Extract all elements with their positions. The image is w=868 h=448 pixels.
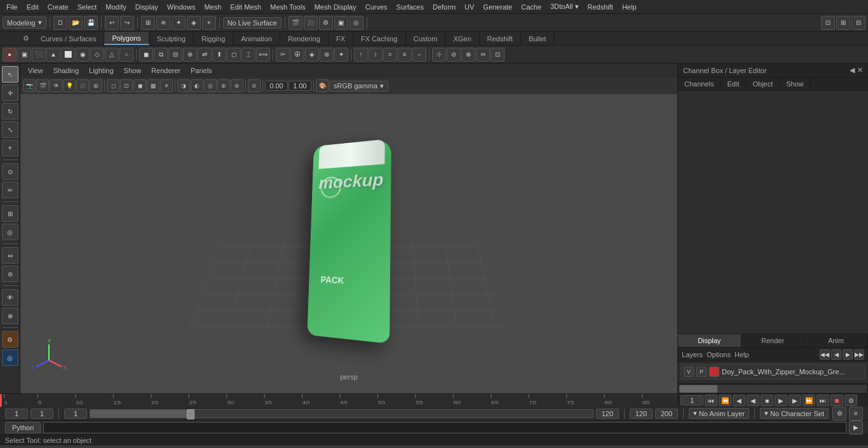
layer-scroll-next[interactable]: ▶ bbox=[843, 350, 853, 360]
menu-edit[interactable]: Edit bbox=[23, 2, 43, 12]
menu-file[interactable]: File bbox=[3, 2, 22, 12]
ipr-button[interactable]: 🎥 bbox=[304, 16, 318, 30]
menu-edit-mesh[interactable]: Edit Mesh bbox=[226, 2, 265, 12]
step-forward-button[interactable]: ⏩ bbox=[803, 395, 815, 406]
scale-tool-button[interactable]: ⤡ bbox=[2, 121, 18, 138]
separate-button[interactable]: ⊟ bbox=[168, 48, 182, 62]
sphere-button[interactable]: ● bbox=[3, 48, 17, 62]
lasso-select-button[interactable]: ⊙ bbox=[2, 163, 18, 180]
tab-xgen[interactable]: XGen bbox=[445, 32, 479, 45]
vp-menu-lighting[interactable]: Lighting bbox=[84, 65, 119, 76]
frame-start-field[interactable]: 1 bbox=[5, 409, 28, 419]
extrude-button[interactable]: ⬆ bbox=[212, 48, 226, 62]
right-panel-collapse-icon[interactable]: ◀ bbox=[850, 66, 855, 74]
workspace-settings[interactable]: ⚙ bbox=[19, 32, 33, 45]
combine-button[interactable]: ⧉ bbox=[154, 48, 168, 62]
live-surface-label[interactable]: No Live Surface bbox=[223, 17, 281, 29]
tab-rendering[interactable]: Rendering bbox=[280, 32, 329, 45]
play-forward-button[interactable]: ▶ bbox=[775, 395, 787, 406]
prism-button[interactable]: ◇ bbox=[90, 48, 104, 62]
step-back-button[interactable]: ⏪ bbox=[719, 395, 731, 406]
layer-scrollbar[interactable] bbox=[678, 383, 868, 393]
layers-menu[interactable]: Layers bbox=[682, 351, 703, 358]
vp-menu-view[interactable]: View bbox=[23, 65, 48, 76]
move-tool-button[interactable]: ✛ bbox=[2, 85, 18, 101]
open-file-button[interactable]: 📂 bbox=[69, 16, 83, 30]
tab-show[interactable]: Show bbox=[780, 78, 811, 90]
menu-cache[interactable]: Cache bbox=[517, 2, 545, 12]
tab-bullet[interactable]: Bullet bbox=[521, 32, 555, 45]
cone-button[interactable]: ▲ bbox=[46, 48, 60, 62]
redo-button[interactable]: ↪ bbox=[120, 16, 134, 30]
vp-textured-button[interactable]: ▩ bbox=[147, 79, 159, 92]
tab-sculpting[interactable]: Sculpting bbox=[149, 32, 194, 45]
layout-btn-1[interactable]: ⊡ bbox=[821, 16, 835, 30]
tab-custom[interactable]: Custom bbox=[406, 32, 446, 45]
vp-camera-button[interactable]: 📷 bbox=[23, 79, 36, 92]
bevel-button[interactable]: ◻ bbox=[227, 48, 241, 62]
layer-scroll-right[interactable]: ▶▶ bbox=[854, 350, 864, 360]
render-preview-button[interactable]: ◎ bbox=[2, 350, 18, 366]
vp-rotation-y[interactable]: 1.00 bbox=[288, 81, 311, 91]
play-back-button[interactable]: ◀ bbox=[747, 395, 759, 406]
menu-surfaces[interactable]: Surfaces bbox=[393, 2, 428, 12]
menu-help[interactable]: Help bbox=[618, 2, 641, 12]
frame-current-field[interactable]: 1 bbox=[31, 409, 53, 419]
save-file-button[interactable]: 💾 bbox=[84, 16, 98, 30]
layer-color-swatch[interactable] bbox=[709, 367, 719, 377]
tab-display[interactable]: Display bbox=[678, 334, 742, 347]
isolate-button[interactable]: ⊕ bbox=[2, 308, 18, 324]
vp-solid-button[interactable]: ◼ bbox=[133, 79, 146, 92]
python-input[interactable] bbox=[43, 422, 846, 433]
layer-scroll-prev[interactable]: ◀ bbox=[831, 350, 841, 360]
next-frame-button[interactable]: ▶ bbox=[789, 395, 801, 406]
render-button[interactable]: 🎬 bbox=[288, 16, 302, 30]
soft-select-button[interactable]: ◎ bbox=[2, 224, 18, 240]
menu-curves[interactable]: Curves bbox=[362, 2, 391, 12]
python-execute-button[interactable]: ▶ bbox=[849, 421, 863, 435]
snap-view-button[interactable]: ⌖ bbox=[202, 16, 216, 30]
vp-eye-button[interactable]: 👁 bbox=[50, 79, 62, 92]
char-set-settings-button[interactable]: ⚙ bbox=[832, 407, 846, 421]
circle-icon-button[interactable]: ◎ bbox=[349, 16, 363, 30]
smooth-button[interactable]: ⊹ bbox=[432, 48, 446, 62]
options-menu[interactable]: Options bbox=[707, 351, 731, 358]
menu-display[interactable]: Display bbox=[132, 2, 162, 12]
snap-to-grid-button[interactable]: ⊞ bbox=[2, 205, 18, 222]
right-panel-close-icon[interactable]: ✕ bbox=[857, 66, 863, 74]
pipe-button[interactable]: ○ bbox=[119, 48, 133, 62]
cleanup-button[interactable]: ⊗ bbox=[461, 48, 475, 62]
mode-dropdown[interactable]: Modeling ▾ bbox=[3, 17, 46, 29]
weld-button[interactable]: ⦿ bbox=[290, 48, 304, 62]
snap-surface-button[interactable]: ◈ bbox=[187, 16, 201, 30]
menu-select[interactable]: Select bbox=[74, 2, 101, 12]
timeline[interactable]: 1 5 10 15 20 25 30 35 40 45 50 bbox=[0, 393, 868, 406]
paint-select-button[interactable]: ✏ bbox=[2, 182, 18, 198]
snap-curve-button[interactable]: ≋ bbox=[156, 16, 170, 30]
vp-light-mode-button[interactable]: ☀ bbox=[160, 79, 173, 92]
stop-button[interactable]: ■ bbox=[761, 395, 773, 406]
relax-button[interactable]: ⊛ bbox=[320, 48, 334, 62]
range-slider[interactable] bbox=[90, 409, 593, 418]
tab-animation[interactable]: Animation bbox=[233, 32, 280, 45]
help-menu[interactable]: Help bbox=[735, 351, 749, 358]
render-region-button[interactable]: ▣ bbox=[334, 16, 348, 30]
select-all-button[interactable]: ◼ bbox=[139, 48, 153, 62]
insert-loop-button[interactable]: ⟺ bbox=[256, 48, 270, 62]
layout-btn-2[interactable]: ⊞ bbox=[836, 16, 850, 30]
crease-button[interactable]: ⌿ bbox=[412, 48, 426, 62]
mirror2-button[interactable]: ⊡ bbox=[491, 48, 505, 62]
playback-end-field[interactable]: 120 bbox=[630, 409, 653, 419]
menu-redshift[interactable]: Redshift bbox=[584, 2, 617, 12]
tab-fx-caching[interactable]: FX Caching bbox=[353, 32, 405, 45]
timeline-settings-button[interactable]: ⚙ bbox=[844, 395, 857, 406]
anim-layer-dropdown[interactable]: ▾ No Anim Layer bbox=[689, 408, 749, 419]
rotate-tool-button[interactable]: ↻ bbox=[2, 103, 18, 119]
skip-to-start-button[interactable]: ⏮ bbox=[705, 395, 717, 406]
layer-playback-toggle[interactable]: P bbox=[696, 367, 707, 377]
display-settings-button[interactable]: ⚙ bbox=[2, 331, 18, 348]
range-start-field[interactable]: 1 bbox=[64, 409, 87, 419]
viewport[interactable]: View Shading Lighting Show Renderer Pane… bbox=[20, 64, 677, 393]
normals-button[interactable]: ↑ bbox=[354, 48, 368, 62]
menu-3dtoall[interactable]: 3DtoAll ▾ bbox=[546, 1, 583, 12]
